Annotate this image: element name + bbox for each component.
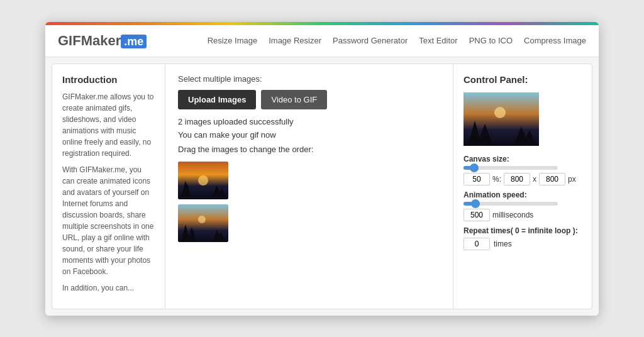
repeat-times-control: Repeat times( 0 = infinite loop ): times	[464, 226, 582, 250]
success-message: 2 images uploaded successfully	[178, 117, 440, 126]
canvas-unit: px	[568, 175, 576, 184]
nav-links: Resize Image Image Resizer Password Gene…	[159, 36, 586, 45]
svg-point-17	[494, 107, 506, 118]
nav-png-to-ico[interactable]: PNG to ICO	[469, 36, 513, 45]
center-panel: Select multiple images: Upload Images Vi…	[165, 64, 453, 309]
repeat-row: times	[464, 238, 582, 250]
make-gif-message: You can make your gif now	[178, 130, 440, 140]
upload-images-button[interactable]: Upload Images	[178, 90, 256, 109]
animation-speed-inputs: milliseconds	[464, 209, 582, 221]
control-panel-title: Control Panel:	[464, 74, 582, 85]
canvas-width-input[interactable]	[504, 173, 530, 185]
canvas-size-slider-track[interactable]	[464, 166, 558, 170]
nav-resize-image[interactable]: Resize Image	[208, 36, 257, 45]
sidebar-para2: With GIFMaker.me, you can create animate…	[62, 164, 155, 277]
animation-speed-unit: milliseconds	[492, 211, 533, 219]
sidebar-para1: GIFMaker.me allows you to create animate…	[62, 91, 155, 159]
canvas-size-inputs: %: x px	[464, 173, 582, 185]
thumbnail-svg-2	[178, 204, 228, 242]
sidebar-para3: In addition, you can...	[62, 282, 155, 294]
repeat-label: Repeat times( 0 = infinite loop ):	[464, 226, 582, 235]
repeat-unit: times	[494, 240, 512, 248]
animation-speed-control: Animation speed: milliseconds	[464, 191, 582, 221]
image-thumbnails	[178, 162, 440, 242]
logo: GIFMaker.me	[58, 33, 147, 49]
svg-point-5	[198, 175, 208, 185]
logo-me: .me	[121, 35, 147, 48]
canvas-size-control: Canvas size: %: x px	[464, 155, 582, 185]
right-panel: Control Panel:	[453, 64, 592, 309]
sidebar-title: Introduction	[62, 74, 155, 85]
upload-buttons: Upload Images Video to GIF	[178, 90, 440, 109]
animation-speed-label: Animation speed:	[464, 191, 582, 199]
canvas-percent-symbol: %:	[492, 175, 501, 184]
logo-gif: GIF	[58, 33, 81, 48]
svg-point-11	[198, 216, 206, 223]
animation-speed-input[interactable]	[464, 209, 490, 221]
repeat-input[interactable]	[464, 238, 490, 250]
preview-image	[464, 92, 539, 146]
select-label: Select multiple images:	[178, 74, 440, 84]
canvas-size-slider-thumb	[470, 163, 479, 172]
animation-speed-slider-track[interactable]	[464, 202, 558, 206]
preview-svg	[464, 92, 539, 146]
main-content: Introduction GIFMaker.me allows you to c…	[52, 64, 592, 309]
nav-compress-image[interactable]: Compress Image	[524, 36, 586, 45]
nav-bar: GIFMaker.me Resize Image Image Resizer P…	[45, 25, 599, 57]
canvas-x-symbol: x	[533, 175, 536, 184]
canvas-size-label: Canvas size:	[464, 155, 582, 163]
nav-text-editor[interactable]: Text Editor	[419, 36, 457, 45]
nav-password-generator[interactable]: Password Generator	[333, 36, 408, 45]
logo-maker: Maker	[81, 33, 121, 48]
thumbnail-1[interactable]	[178, 162, 228, 199]
thumbnail-svg-1	[178, 162, 228, 199]
drag-message: Drag the images to change the order:	[178, 145, 440, 154]
nav-image-resizer[interactable]: Image Resizer	[269, 36, 321, 45]
canvas-height-input[interactable]	[539, 173, 565, 185]
sidebar: Introduction GIFMaker.me allows you to c…	[52, 64, 165, 309]
video-to-gif-button[interactable]: Video to GIF	[261, 90, 327, 109]
thumbnail-2[interactable]	[178, 204, 228, 242]
animation-speed-slider-thumb	[471, 199, 480, 208]
canvas-percent-input[interactable]	[464, 173, 490, 185]
